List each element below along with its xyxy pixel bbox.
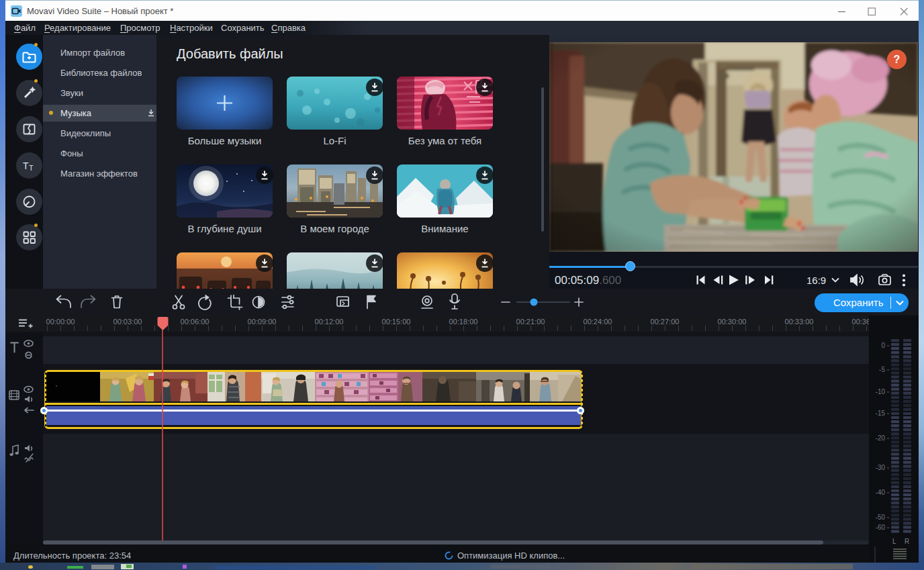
svg-text:-50: -50 (876, 514, 886, 521)
svg-text:-5: -5 (879, 366, 885, 373)
svg-text:-30: -30 (876, 464, 886, 471)
svg-text:-60: -60 (876, 524, 886, 531)
svg-text:-20: -20 (876, 434, 886, 442)
svg-text:-40: -40 (876, 489, 886, 496)
svg-text:L: L (892, 538, 896, 545)
svg-text:R: R (905, 538, 909, 545)
svg-text:-15: -15 (876, 410, 886, 417)
svg-text:0: 0 (881, 342, 885, 349)
svg-text:T: T (23, 160, 29, 171)
svg-text:T: T (29, 164, 34, 172)
svg-text:-10: -10 (876, 388, 886, 395)
